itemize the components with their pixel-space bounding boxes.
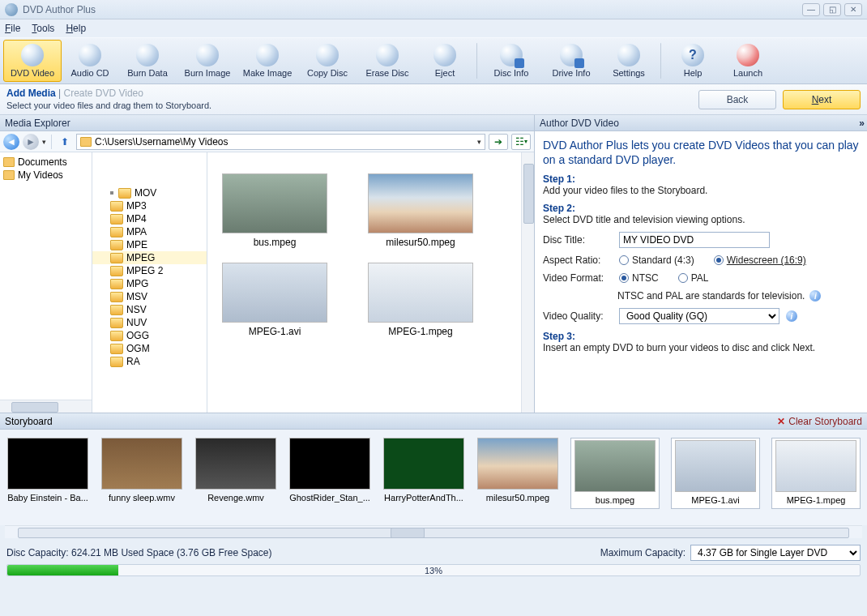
subtree-item[interactable]: MPG — [92, 277, 207, 290]
tool-disc-info[interactable]: Disc Info — [482, 40, 540, 82]
subtree-item[interactable]: MPEG 2 — [92, 264, 207, 277]
nav-history-dropdown[interactable]: ▾ — [42, 138, 46, 146]
collapse-icon[interactable]: » — [859, 118, 862, 129]
disc-title-input[interactable] — [619, 232, 770, 248]
tool-make-image[interactable]: Make Image — [238, 40, 297, 82]
thumbnail-v-scrollbar[interactable] — [521, 152, 534, 413]
make-image-icon — [256, 44, 279, 66]
storyboard-title: Storyboard — [5, 416, 53, 427]
separator — [51, 135, 52, 149]
media-thumb[interactable]: MPEG-1.mpeg — [360, 263, 481, 337]
aspect-standard-radio[interactable]: Standard (4:3) — [619, 255, 694, 266]
subtree-item[interactable]: MP4 — [92, 212, 207, 225]
go-button[interactable]: ➔ — [489, 134, 508, 150]
tool-burn-data[interactable]: Burn Data — [118, 40, 177, 82]
step3-title: Step 3: — [543, 331, 859, 342]
menu-file[interactable]: File — [5, 23, 20, 34]
title-bar: DVD Author Plus — ◱ ✕ — [0, 0, 867, 19]
storyboard-thumb — [775, 440, 856, 492]
tool-copy-disc[interactable]: Copy Disc — [298, 40, 357, 82]
media-thumb[interactable]: milesur50.mpeg — [360, 173, 481, 248]
subtree-item[interactable]: NSV — [92, 303, 207, 316]
subtree-label: RA — [126, 356, 140, 367]
subtree-item[interactable]: MPA — [92, 225, 207, 238]
storyboard-item[interactable]: MPEG-1.mpeg — [771, 438, 861, 509]
stage-secondary: Create DVD Video — [63, 88, 143, 99]
thumb-caption: bus.mpeg — [254, 237, 297, 248]
thumb-image — [222, 263, 327, 323]
separator — [660, 43, 661, 79]
pal-radio[interactable]: PAL — [678, 272, 709, 284]
subtree-item[interactable]: MOV — [92, 186, 207, 199]
address-dropdown-icon[interactable]: ▾ — [477, 138, 481, 146]
address-bar[interactable]: C:\Users\Username\My Videos ▾ — [76, 134, 485, 150]
aspect-widescreen-radio[interactable]: Widescreen (16:9) — [714, 255, 806, 266]
menu-help[interactable]: Help — [66, 23, 86, 34]
tool-drive-info[interactable]: Drive Info — [542, 40, 600, 82]
tool-audio-cd[interactable]: Audio CD — [63, 40, 117, 82]
tool-launch[interactable]: Launch — [721, 40, 775, 82]
tool-label: Settings — [613, 68, 645, 78]
subtree-item[interactable]: MSV — [92, 290, 207, 303]
tree-h-scrollbar[interactable] — [0, 400, 92, 413]
storyboard-h-scrollbar[interactable] — [5, 525, 862, 538]
video-format-label: Video Format: — [543, 272, 613, 284]
folder-icon — [110, 253, 123, 263]
storyboard-strip[interactable]: Baby Einstein - Ba...funny sleep.wmvReve… — [0, 430, 867, 525]
tool-erase-disc[interactable]: Erase Disc — [358, 40, 416, 82]
tool-label: Burn Image — [185, 68, 231, 78]
storyboard-item[interactable]: Revenge.wmv — [194, 438, 277, 503]
disc-title-label: Disc Title: — [543, 234, 613, 246]
close-button[interactable]: ✕ — [844, 3, 862, 16]
subtree-item[interactable]: NUV — [92, 316, 207, 329]
root-item[interactable]: My Videos — [3, 169, 88, 182]
folder-icon — [110, 357, 123, 367]
root-item[interactable]: Documents — [3, 156, 88, 169]
video-quality-select[interactable]: Good Quality (GQ) — [619, 308, 779, 324]
storyboard-caption: Baby Einstein - Ba... — [7, 493, 88, 503]
back-button[interactable]: Back — [698, 90, 776, 109]
storyboard-item[interactable]: funny sleep.wmv — [100, 438, 183, 503]
format-subtree: MOVMP3MP4MPAMPEMPEGMPEG 2MPGMSVNSVNUVOGG… — [92, 152, 207, 413]
tool-help[interactable]: Help — [666, 40, 720, 82]
ntsc-radio[interactable]: NTSC — [619, 272, 659, 284]
max-capacity-select[interactable]: 4.37 GB for Single Layer DVD — [690, 545, 861, 561]
folder-icon — [110, 305, 123, 315]
media-thumb[interactable]: bus.mpeg — [214, 173, 335, 248]
storyboard-item[interactable]: HarryPotterAndTh... — [382, 438, 465, 503]
clear-storyboard-button[interactable]: ✕Clear Storyboard — [777, 416, 862, 427]
storyboard-item[interactable]: Baby Einstein - Ba... — [6, 438, 89, 503]
menu-tools[interactable]: Tools — [32, 23, 54, 34]
subtree-item[interactable]: OGG — [92, 329, 207, 342]
minimize-button[interactable]: — — [802, 3, 820, 16]
tool-dvd-video[interactable]: DVD Video — [3, 40, 62, 82]
nav-back-icon[interactable]: ◄ — [3, 134, 19, 150]
nav-up-icon[interactable]: ⬆ — [57, 134, 73, 150]
storyboard-item[interactable]: GhostRider_Stan_... — [288, 438, 371, 503]
subtree-item[interactable]: RA — [92, 355, 207, 368]
subtree-item[interactable]: MPEG — [92, 251, 207, 264]
subtree-item[interactable]: MPE — [92, 238, 207, 251]
thumb-caption: milesur50.mpeg — [386, 237, 455, 248]
subtree-item[interactable]: MP3 — [92, 199, 207, 212]
stage-hint: Select your video files and drag them to… — [6, 100, 692, 111]
nav-forward-icon[interactable]: ► — [23, 134, 39, 150]
settings-icon — [617, 44, 640, 66]
storyboard-item[interactable]: milesur50.mpeg — [476, 438, 559, 503]
storyboard-item[interactable]: bus.mpeg — [570, 438, 660, 509]
info-icon[interactable]: i — [809, 290, 821, 302]
subtree-item[interactable]: OGM — [92, 342, 207, 355]
capacity-bar: Disc Capacity: 624.21 MB Used Space (3.7… — [0, 541, 867, 576]
media-thumb[interactable]: MPEG-1.avi — [214, 263, 335, 337]
view-mode-button[interactable]: ☷▾ — [511, 134, 531, 150]
tool-settings[interactable]: Settings — [602, 40, 656, 82]
storyboard-thumb — [477, 438, 558, 490]
storyboard-item[interactable]: MPEG-1.avi — [671, 438, 760, 509]
subtree-label: MPE — [126, 239, 147, 250]
info-icon[interactable]: i — [786, 310, 797, 322]
maximize-button[interactable]: ◱ — [823, 3, 841, 16]
tool-burn-image[interactable]: Burn Image — [178, 40, 237, 82]
storyboard-caption: Revenge.wmv — [207, 493, 264, 503]
tool-eject[interactable]: Eject — [418, 40, 472, 82]
next-button[interactable]: Next — [783, 90, 861, 109]
